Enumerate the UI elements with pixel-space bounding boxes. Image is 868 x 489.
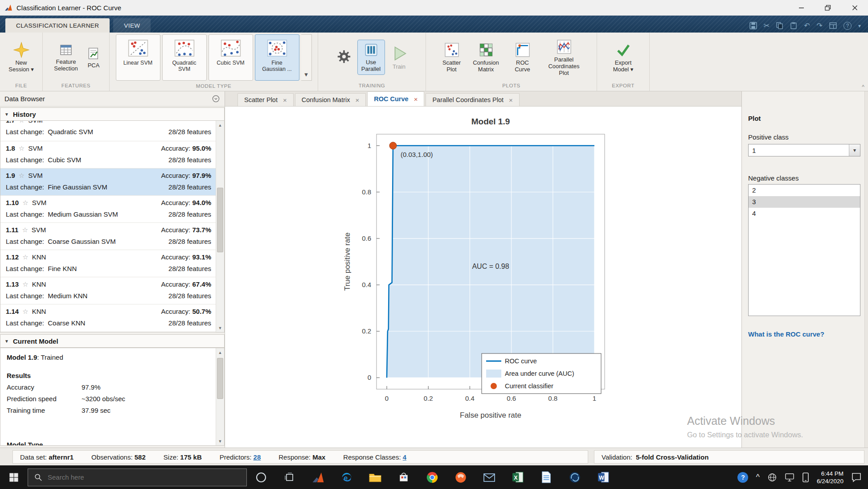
train-button[interactable]: Train <box>389 43 409 72</box>
network-icon[interactable] <box>785 473 794 482</box>
pca-button[interactable]: PCA <box>85 44 102 71</box>
negative-class-item-4[interactable]: 4 <box>749 208 860 219</box>
history-scrollbar[interactable]: ▲ ▼ <box>216 121 224 332</box>
scrollbar-thumb[interactable] <box>217 358 223 399</box>
tab-close-icon[interactable]: × <box>414 95 418 103</box>
file-explorer-button[interactable] <box>361 465 389 489</box>
restore-button[interactable] <box>815 0 841 15</box>
scatter-plot-button[interactable]: Scatter Plot <box>438 40 466 75</box>
mail-button[interactable] <box>475 465 504 489</box>
close-button[interactable] <box>841 0 868 15</box>
circle-app-button[interactable] <box>561 465 589 489</box>
document-app-button[interactable] <box>532 465 561 489</box>
paste-icon[interactable] <box>790 22 797 29</box>
result-row: Accuracy97.9% <box>7 383 212 391</box>
scroll-down-icon[interactable]: ▼ <box>216 437 224 445</box>
parallel-coordinates-plot-button[interactable]: Parallel Coordinates Plot <box>543 37 585 78</box>
model-tile-fine-gaussian-svm[interactable]: Fine Gaussian ... <box>255 34 299 81</box>
history-item-1.13[interactable]: 1.13☆KNNAccuracy: 67.4%Last change: Medi… <box>0 277 216 304</box>
favorite-star-icon[interactable]: ☆ <box>19 144 25 152</box>
save-icon[interactable] <box>749 22 757 29</box>
redo-icon[interactable]: ↷ <box>817 21 823 30</box>
scrollbar-thumb[interactable] <box>217 188 223 252</box>
cortana-button[interactable] <box>247 465 275 489</box>
favorite-star-icon[interactable]: ☆ <box>22 280 28 288</box>
matlab-taskbar-button[interactable] <box>304 465 332 489</box>
model-tile-quadratic-svm[interactable]: Quadratic SVM <box>162 34 207 81</box>
undo-icon[interactable]: ↶ <box>804 21 810 30</box>
tray-help-icon[interactable]: ? <box>737 472 748 483</box>
tab-close-icon[interactable]: × <box>283 96 287 104</box>
advanced-button[interactable] <box>335 47 353 68</box>
scroll-down-icon[interactable]: ▼ <box>216 324 224 332</box>
favorite-star-icon[interactable]: ☆ <box>22 308 28 316</box>
document-tab-confusion-matrix[interactable]: Confusion Matrix× <box>295 93 366 106</box>
negative-class-item-3[interactable]: 3 <box>749 196 860 208</box>
tray-chevron-up-icon[interactable]: ^ <box>756 473 759 482</box>
phone-icon[interactable] <box>802 473 809 482</box>
copy-icon[interactable] <box>776 22 783 29</box>
favorite-star-icon[interactable]: ☆ <box>19 121 25 124</box>
chevron-down-icon[interactable]: ▾ <box>849 144 860 156</box>
favorite-star-icon[interactable]: ☆ <box>22 226 28 234</box>
model-tile-linear-svm[interactable]: Linear SVM <box>116 34 160 81</box>
export-model-button[interactable]: Export Model ▾ <box>609 40 638 75</box>
model-gallery-expand-button[interactable]: ▾ <box>301 34 312 81</box>
history-item-1.10[interactable]: 1.10☆SVMAccuracy: 94.0%Last change: Medi… <box>0 196 216 223</box>
notification-center-icon[interactable] <box>851 473 862 482</box>
edge-button[interactable]: e <box>332 465 361 489</box>
tab-close-icon[interactable]: × <box>356 96 360 104</box>
history-item-1.9[interactable]: 1.9☆SVMAccuracy: 97.9%Last change: Fine … <box>0 168 216 196</box>
chrome-button[interactable] <box>418 465 446 489</box>
roc-curve-button[interactable]: ROC Curve <box>506 40 539 75</box>
history-item-1.7[interactable]: 1.7☆SVMLast change: Quadratic SVM28/28 f… <box>0 121 216 141</box>
model-tile-cubic-svm[interactable]: Cubic SVM <box>209 34 253 81</box>
chevron-down-icon[interactable]: ▾ <box>858 23 861 29</box>
history-item-1.12[interactable]: 1.12☆KNNAccuracy: 93.1%Last change: Fine… <box>0 250 216 277</box>
feature-selection-button[interactable]: Feature Selection <box>49 41 82 74</box>
favorite-star-icon[interactable]: ☆ <box>19 172 25 180</box>
document-tab-roc-curve[interactable]: ROC Curve× <box>367 91 424 106</box>
document-tab-scatter-plot[interactable]: Scatter Plot× <box>237 93 294 106</box>
document-tab-parallel-coordinates-plot[interactable]: Parallel Coordinates Plot× <box>426 93 519 106</box>
clock[interactable]: 6:44 PM 6/24/2020 <box>817 470 843 485</box>
use-parallel-toggle[interactable]: Use Parallel <box>358 40 385 74</box>
start-button[interactable] <box>0 465 28 489</box>
ribbon-tab-classification-learner[interactable]: CLASSIFICATION LEARNER <box>5 18 110 33</box>
right-scroll-strip[interactable] <box>864 91 868 448</box>
ribbon-tab-view[interactable]: VIEW <box>113 18 151 33</box>
history-item-1.11[interactable]: 1.11☆SVMAccuracy: 73.7%Last change: Coar… <box>0 223 216 250</box>
cut-icon[interactable]: ✂ <box>764 21 770 30</box>
scroll-up-icon[interactable]: ▲ <box>216 348 224 357</box>
new-session-button[interactable]: New Session ▾ <box>6 40 37 75</box>
taskbar-search-box[interactable] <box>28 468 247 486</box>
scroll-up-icon[interactable]: ▲ <box>216 121 224 129</box>
tab-close-icon[interactable]: × <box>509 96 513 104</box>
roc-help-link[interactable]: What is the ROC curve? <box>748 330 824 338</box>
negative-class-item-2[interactable]: 2 <box>749 185 860 196</box>
help-icon[interactable]: ? <box>843 22 852 30</box>
store-button[interactable] <box>389 465 418 489</box>
excel-button[interactable]: X <box>504 465 532 489</box>
task-view-button[interactable] <box>275 465 304 489</box>
globe-icon[interactable] <box>767 473 777 482</box>
negative-classes-list[interactable]: 234 <box>748 184 860 316</box>
history-item-1.14[interactable]: 1.14☆KNNAccuracy: 50.7%Last change: Coar… <box>0 304 216 332</box>
positive-class-dropdown[interactable]: 1 ▾ <box>748 144 860 156</box>
favorite-star-icon[interactable]: ☆ <box>22 253 28 261</box>
minimize-button[interactable] <box>788 0 815 15</box>
status-field[interactable]: Predictors: 28 <box>220 453 261 461</box>
favorite-star-icon[interactable]: ☆ <box>22 199 28 207</box>
panel-options-icon[interactable] <box>212 95 220 103</box>
current-model-scrollbar[interactable]: ▲ ▼ <box>216 348 224 445</box>
collapse-ribbon-icon[interactable]: ^ <box>862 84 864 90</box>
history-section-header[interactable]: ▼ History <box>0 107 225 121</box>
confusion-matrix-button[interactable]: Confusion Matrix <box>470 40 503 75</box>
status-field[interactable]: Response Classes: 4 <box>343 453 406 461</box>
layout-icon[interactable] <box>829 22 837 29</box>
browser-orange-button[interactable] <box>446 465 475 489</box>
word-button[interactable]: W <box>589 465 618 489</box>
current-model-section-header[interactable]: ▼ Current Model <box>0 334 225 348</box>
history-item-1.8[interactable]: 1.8☆SVMAccuracy: 95.0%Last change: Cubic… <box>0 141 216 168</box>
search-input[interactable] <box>48 473 217 481</box>
